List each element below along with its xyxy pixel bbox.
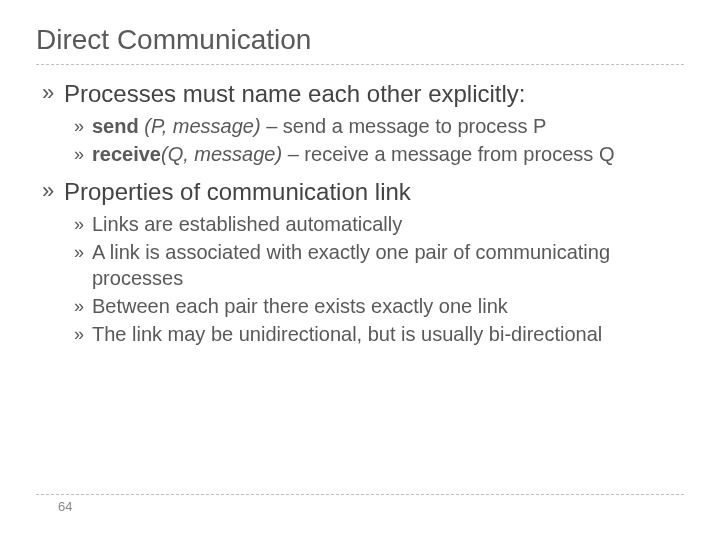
slide-title: Direct Communication <box>36 24 684 56</box>
bullet-glyph-icon: » <box>42 79 64 109</box>
bold-term: receive <box>92 143 161 165</box>
bullet-text: Processes must name each other explicitl… <box>64 79 526 109</box>
bullet-text: A link is associated with exactly one pa… <box>92 239 684 291</box>
bullet-level2: »The link may be unidirectional, but is … <box>74 321 684 347</box>
bullet-glyph-icon: » <box>74 293 92 319</box>
plain-text: The link may be unidirectional, but is u… <box>92 323 602 345</box>
bullet-level1: »Processes must name each other explicit… <box>42 79 684 109</box>
page-number: 64 <box>58 499 684 514</box>
plain-text: Links are established automatically <box>92 213 402 235</box>
plain-text: – send a message to process P <box>261 115 547 137</box>
bullet-glyph-icon: » <box>74 211 92 237</box>
footer-divider <box>36 494 684 495</box>
bold-term: send <box>92 115 139 137</box>
sub-bullet-group: »send (P, message) – send a message to p… <box>74 113 684 167</box>
bullet-level2: »Between each pair there exists exactly … <box>74 293 684 319</box>
plain-text: – receive a message from process Q <box>282 143 614 165</box>
title-divider <box>36 64 684 65</box>
bullet-glyph-icon: » <box>74 113 92 139</box>
plain-text: Between each pair there exists exactly o… <box>92 295 508 317</box>
bullet-level2: »receive(Q, message) – receive a message… <box>74 141 684 167</box>
bullet-text: send (P, message) – send a message to pr… <box>92 113 546 139</box>
bullet-level2: »Links are established automatically <box>74 211 684 237</box>
sub-bullet-group: »Links are established automatically»A l… <box>74 211 684 347</box>
bullet-level2: »send (P, message) – send a message to p… <box>74 113 684 139</box>
bullet-glyph-icon: » <box>74 141 92 167</box>
bullet-level2: »A link is associated with exactly one p… <box>74 239 684 291</box>
italic-args: (P, message) <box>139 115 261 137</box>
slide: Direct Communication »Processes must nam… <box>0 0 720 347</box>
bullet-level1: »Properties of communication link <box>42 177 684 207</box>
bullet-glyph-icon: » <box>74 321 92 347</box>
bullet-text: The link may be unidirectional, but is u… <box>92 321 602 347</box>
bullet-text: Properties of communication link <box>64 177 411 207</box>
bullet-glyph-icon: » <box>42 177 64 207</box>
bullet-glyph-icon: » <box>74 239 92 291</box>
slide-content: »Processes must name each other explicit… <box>36 79 684 347</box>
bullet-text: Links are established automatically <box>92 211 402 237</box>
plain-text: A link is associated with exactly one pa… <box>92 241 610 289</box>
bullet-text: receive(Q, message) – receive a message … <box>92 141 614 167</box>
bullet-text: Between each pair there exists exactly o… <box>92 293 508 319</box>
italic-args: (Q, message) <box>161 143 282 165</box>
slide-footer: 64 <box>0 494 720 514</box>
